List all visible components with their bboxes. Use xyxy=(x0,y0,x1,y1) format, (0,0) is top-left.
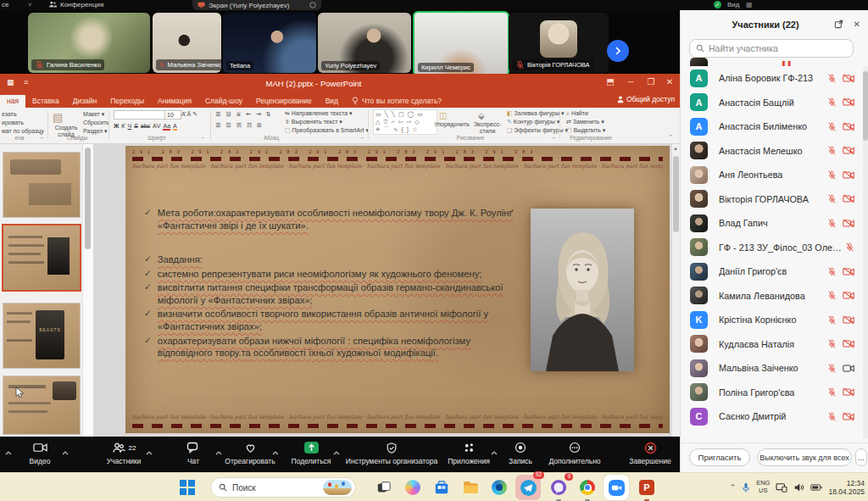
dialog-launcher-icon[interactable]: ⌐ xyxy=(553,135,556,140)
tray-mic-icon[interactable] xyxy=(742,482,750,493)
arrange-button[interactable]: Упорядочить xyxy=(434,121,470,128)
copilot-button[interactable] xyxy=(402,476,424,498)
ppt-tab-1[interactable]: ная xyxy=(0,95,25,108)
participant-row[interactable]: Даніїл Григор'єв xyxy=(681,259,862,284)
ppt-tab-2[interactable]: Вставка xyxy=(25,95,66,108)
ppt-tab-6[interactable]: Слайд-шоу xyxy=(198,95,249,108)
cut-button[interactable]: езать xyxy=(2,111,17,117)
powerpoint-button[interactable]: P xyxy=(636,476,658,498)
zoom-app-button[interactable] xyxy=(604,475,629,500)
current-slide[interactable]: 291 283 291 283 291 283 291 283 291 283 … xyxy=(125,146,670,433)
text-direction-button[interactable]: ⇋ Направление текста ▾ xyxy=(285,110,353,117)
dialog-launcher-icon[interactable]: ⌐ xyxy=(41,135,44,140)
video-tile-1[interactable]: Галина Василенко xyxy=(28,13,150,73)
quick-styles-button[interactable]: Экспресс-стили xyxy=(471,121,504,134)
smartart-button[interactable]: ⬚ Преобразовать в SmartArt ▾ xyxy=(285,127,369,134)
participant-row-partial[interactable]: ▮ ▮ xyxy=(690,58,860,66)
more-options-button[interactable]: ... xyxy=(855,448,867,466)
tray-clock[interactable]: 12:3418.04.2025 xyxy=(828,479,865,496)
close-icon[interactable]: ✕ xyxy=(661,77,678,86)
layout-button[interactable]: Макет ▾ xyxy=(83,111,104,118)
ppt-share-button[interactable]: Общий доступ xyxy=(617,95,675,103)
format-painter-button[interactable]: мат по образцу xyxy=(2,128,44,134)
tray-chevron-icon[interactable]: ⌃ xyxy=(730,483,737,492)
participant-row[interactable]: AАнастасія Бащлій xyxy=(681,91,862,115)
copy-button[interactable]: ировать xyxy=(2,120,24,125)
slide-bullet-list[interactable]: ✓Мета роботи:охарактеризувати особливост… xyxy=(144,207,524,361)
ppt-tab-7[interactable]: Рецензирование xyxy=(249,95,319,108)
file-explorer-button[interactable] xyxy=(459,476,481,498)
align-buttons[interactable]: ☰ ☲ ☴ ☶ ⊞ xyxy=(215,122,264,129)
options-caret[interactable] xyxy=(333,443,340,459)
participant-row[interactable]: Влад Гапич xyxy=(681,211,862,236)
video-tile-3[interactable]: Tetiana xyxy=(223,13,316,73)
participants-scrollbar[interactable] xyxy=(863,66,868,439)
conference-label[interactable]: Конференция xyxy=(60,1,103,8)
shapes-gallery[interactable]: ▭ ╲ ╲ ▢ ◯ ▭△ ▽ ⌐ ⇦ ⇨ ◇✳ ⌒ ∿ { } ☆ xyxy=(373,109,437,135)
video-tile-2[interactable]: Мальвіна Заіченко xyxy=(153,13,221,73)
scroll-up-icon[interactable]: ▲ xyxy=(673,146,678,151)
screen-share-tab[interactable]: Экран (Yuriy Polyezhayev) xyxy=(192,0,321,10)
dialog-launcher-icon[interactable]: ⌐ xyxy=(202,135,205,140)
participant-row[interactable]: Камила Леванидова xyxy=(681,284,862,309)
select-button[interactable]: ⬚ Выделить ▾ xyxy=(566,127,605,134)
participant-row[interactable]: CСаєнко Дмитрій xyxy=(681,404,862,429)
participant-row[interactable]: ГФ - 213 ЗУ_Філос_03 Олексій Отри... xyxy=(681,236,862,260)
options-caret[interactable] xyxy=(62,443,69,459)
tray-volume-icon[interactable] xyxy=(793,482,804,493)
participant-row[interactable]: AАліна Боровик ГФ-213 xyxy=(681,66,862,91)
participant-row[interactable]: Вікторія ГОРЛАЧОВА xyxy=(681,187,862,212)
ppt-tab-4[interactable]: Переходы xyxy=(103,95,151,108)
video-tile-4[interactable]: Yuriy Polyezhayev xyxy=(318,13,411,73)
video-tile-5[interactable]: Кирилл Чемерис xyxy=(413,11,509,76)
minimize-icon[interactable]: ─ xyxy=(622,77,639,86)
collapse-ribbon-icon[interactable]: ⌃ xyxy=(668,134,673,141)
start-button[interactable] xyxy=(176,476,198,498)
chevron-up-icon[interactable] xyxy=(333,451,340,455)
slide-thumbnail-4[interactable] xyxy=(3,376,80,434)
restore-icon[interactable]: ❐ xyxy=(643,77,659,86)
taskbar-search[interactable]: Поиск xyxy=(210,477,356,498)
thumbnails-scrollbar[interactable] xyxy=(82,144,93,437)
font-size-box[interactable]: 10 xyxy=(164,110,181,120)
participant-row[interactable]: Аня Леонтьева xyxy=(681,163,862,187)
view-menu[interactable]: Вид xyxy=(727,1,739,8)
viber-button[interactable]: 9 xyxy=(548,476,570,498)
list-buttons[interactable]: ☰ ☱ ≣ ⇤ ⇥ ⇅ xyxy=(215,111,273,118)
participant-search-input[interactable]: Найти участника xyxy=(689,39,854,58)
chevron-down-icon[interactable]: ˅ xyxy=(28,1,32,8)
tray-network-icon[interactable] xyxy=(776,482,787,493)
ppt-tab-3[interactable]: Дизайн xyxy=(66,95,104,108)
invite-button[interactable]: Пригласить xyxy=(689,448,750,466)
shape-fill-button[interactable]: ◧ Заливка фигуры ▾ xyxy=(507,110,565,117)
language-indicator[interactable]: ENGUS xyxy=(756,480,770,494)
ppt-tab-5[interactable]: Анимация xyxy=(151,95,198,108)
participant-row[interactable]: Кудлаєва Наталія xyxy=(681,332,862,357)
store-button[interactable] xyxy=(431,476,453,498)
chevron-up-icon[interactable] xyxy=(62,451,69,455)
shape-outline-button[interactable]: ✎ Контур фигуры ▾ xyxy=(507,119,559,125)
tray-battery-icon[interactable] xyxy=(810,483,822,492)
zoom-toolbar-5-button[interactable]: Поделиться xyxy=(264,440,358,465)
font-name-box[interactable] xyxy=(114,110,166,120)
ppt-tab-8[interactable]: Вид xyxy=(319,95,345,108)
edge-button[interactable] xyxy=(488,476,510,498)
slide-scrollbar[interactable]: ▲ xyxy=(671,144,680,437)
grow-shrink-font-buttons[interactable]: А̂ А̌ ✎ xyxy=(181,111,198,118)
participant-row[interactable]: Мальвіна Заіченко xyxy=(681,356,862,381)
slide-thumbnail-3[interactable]: BEASTS xyxy=(3,303,80,368)
mute-all-button[interactable]: Выключить звук для всех xyxy=(757,448,852,466)
next-videos-button[interactable] xyxy=(607,40,629,62)
font-style-buttons[interactable]: ЖКЧSabcАVАаА xyxy=(114,123,180,131)
dialog-launcher-icon[interactable]: ⌐ xyxy=(361,135,364,140)
chrome-button[interactable] xyxy=(576,476,598,498)
participant-row[interactable]: AАнастасія Биліменко xyxy=(681,114,862,139)
close-panel-icon[interactable]: ✕ xyxy=(854,19,860,29)
ribbon-options-icon[interactable]: ⬒ xyxy=(602,77,619,86)
find-button[interactable]: ⌕ Найти xyxy=(566,110,588,117)
participant-row[interactable]: KКрістіна Корнієнко xyxy=(681,308,862,332)
replace-button[interactable]: ⇄ Заменить ▾ xyxy=(566,119,604,125)
slide-thumbnail-2-selected[interactable] xyxy=(3,225,80,290)
tell-me-box[interactable]: Что вы хотите сделать? xyxy=(345,95,448,108)
participant-row[interactable]: Анастасія Мелешко xyxy=(681,139,862,164)
